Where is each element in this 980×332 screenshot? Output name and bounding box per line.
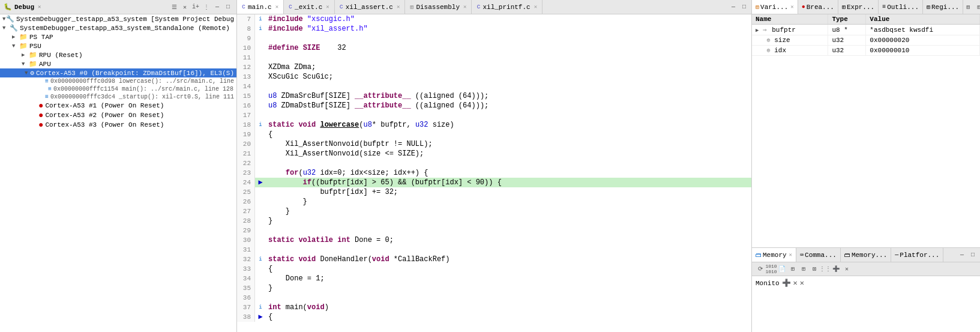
mem-btn-new[interactable]: 📄 — [777, 264, 787, 274]
monitor-add-btn[interactable]: ➕ — [782, 279, 791, 288]
rpu-icon: 📁 — [29, 51, 37, 59]
mem-btn-hex[interactable]: 1010 1010 — [766, 264, 776, 274]
command-icon: ⌨ — [800, 252, 804, 259]
tab-memory-close[interactable]: ✕ — [789, 252, 792, 258]
mem-btn-refresh[interactable]: ⟳ — [756, 264, 765, 274]
tree-item-root2[interactable]: ▼ 🔧 SystemDebugger_testapp_a53_system_St… — [0, 23, 236, 32]
mem-btn-add[interactable]: ⊞ — [788, 264, 798, 274]
tree-item-pstap[interactable]: ▶ 📁 PS TAP — [0, 32, 236, 41]
cortex3-icon: ● — [38, 121, 43, 129]
tab-xil-assert-label: xil_assert.c — [346, 4, 393, 11]
var-row-bufptr[interactable]: ▶ ⇒ bufptr u8 * *asdbqset kwsdfi — [752, 25, 980, 35]
line-num-14: 14 — [237, 82, 255, 91]
tree-item-cortex1[interactable]: ● Cortex-A53 #1 (Power On Reset) — [0, 101, 236, 110]
tree-item-stack3[interactable]: ≡ 0x00000000fffc3dc4 _startup(): xil-crt… — [0, 93, 236, 101]
main-c-icon: c — [242, 4, 245, 10]
expand-arrow-bufptr[interactable]: ▶ — [756, 28, 759, 34]
tab-memory2-label: Memory... — [852, 252, 887, 259]
tab-outline[interactable]: ≡ Outli... — [879, 0, 923, 14]
tab-registers[interactable]: ⊞ Regi... — [923, 0, 963, 14]
vars-toolbar-btn2[interactable]: ⊞ — [974, 2, 980, 12]
tree-item-apu[interactable]: ▼ 📁 APU — [0, 59, 236, 68]
debug-panel-title: 🐛 Debug ✕ — [4, 3, 41, 11]
tab-disassembly-close[interactable]: ✕ — [463, 4, 466, 10]
line-content-32: static void DoneHandler(void *CallBackRe… — [266, 255, 751, 264]
stack2-icon: ≡ — [48, 86, 52, 92]
line-num-21: 21 — [237, 149, 255, 158]
monitor-remove-btn[interactable]: ✕ — [793, 279, 798, 288]
mem-btn-grid[interactable]: ⊞ — [799, 264, 808, 274]
tab-disassembly[interactable]: ⊞ Disassembly ✕ — [405, 0, 472, 14]
expressions-icon: ⊞ — [842, 4, 846, 11]
tab-main-c[interactable]: c main.c ✕ — [237, 0, 284, 14]
tree-item-cortex2[interactable]: ● Cortex-A53 #2 (Power On Reset) — [0, 110, 236, 120]
cortex0-icon: ⚙ — [30, 69, 34, 77]
line-num-37: 37 — [237, 303, 255, 312]
debug-toolbar-btn4[interactable]: ⋮ — [202, 2, 211, 12]
tab-exit-c[interactable]: c _exit.c ✕ — [284, 0, 335, 14]
code-line-11: 11 — [237, 53, 751, 62]
line-num-30: 30 — [237, 235, 255, 245]
tab-expressions[interactable]: ⊞ Expr... — [838, 0, 879, 14]
line-num-28: 28 — [237, 216, 255, 226]
debug-toolbar-btn5[interactable]: — — [212, 2, 222, 12]
debug-toolbar-btn1[interactable]: ☰ — [169, 2, 179, 12]
line-num-19: 19 — [237, 130, 255, 139]
memory-minimize-btn[interactable]: — — [957, 250, 967, 260]
xil-assert-icon: c — [340, 4, 343, 10]
mem-btn-plus2[interactable]: ➕ — [831, 264, 841, 274]
tab-xil-printf-close[interactable]: ✕ — [534, 4, 537, 10]
tab-variables[interactable]: ⊞ Vari... ✕ — [752, 0, 798, 14]
tab-variables-close[interactable]: ✕ — [790, 4, 793, 10]
tab-platform[interactable]: — Platfor... — [891, 248, 943, 262]
code-area[interactable]: 7 i #include "xscugic.h" 8 i #include "x… — [237, 14, 751, 332]
xil-printf-icon: c — [476, 4, 480, 10]
disassembly-icon: ⊞ — [410, 4, 413, 11]
tab-command[interactable]: ⌨ Comma... — [796, 248, 841, 262]
tab-exit-c-close[interactable]: ✕ — [326, 4, 329, 10]
tree-item-cortex3[interactable]: ● Cortex-A53 #3 (Power On Reset) — [0, 120, 236, 130]
tab-xil-printf[interactable]: c xil_printf.c ✕ — [472, 0, 543, 14]
debug-panel: 🐛 Debug ✕ ☰ ✕ i+ ⋮ — □ ▼ 🔧 SystemDebugge… — [0, 0, 237, 332]
var-expand-idx: ⊕ — [767, 47, 771, 54]
code-maximize-btn[interactable]: □ — [739, 2, 749, 12]
debug-toolbar-btn2[interactable]: ✕ — [180, 2, 190, 12]
memory-maximize-btn[interactable]: □ — [968, 250, 978, 260]
memory-toolbar: ⟳ 1010 1010 📄 ⊞ ⊞ ⊠ ⋮⋮ ➕ ✕ — [752, 262, 980, 276]
tab-breakpoints[interactable]: ● Brea... — [798, 0, 838, 14]
debug-toolbar-btn3[interactable]: i+ — [191, 2, 200, 12]
vars-toolbar-btn1[interactable]: ⊞ — [963, 2, 973, 12]
var-row-idx[interactable]: ⊕ idx u32 0x00000010 — [752, 46, 980, 56]
mem-btn-grid2[interactable]: ⊠ — [810, 264, 819, 274]
tree-item-psu[interactable]: ▼ 📁 PSU — [0, 41, 236, 50]
tree-item-rpu[interactable]: ▶ 📁 RPU (Reset) — [0, 50, 236, 59]
code-minimize-btn[interactable]: — — [729, 2, 738, 12]
var-type-bufptr: u8 * — [828, 25, 866, 35]
tab-memory2[interactable]: 🗃 Memory... — [841, 248, 891, 262]
tree-item-stack1[interactable]: ≡ 0x00000000fffc0d98 lowercase(): ../src… — [0, 77, 236, 85]
tree-item-cortex0[interactable]: ▼ ⚙ Cortex-A53 #0 (Breakpoint: ZDmaDstBu… — [0, 68, 236, 77]
line-content-30: static volatile int Done = 0; — [266, 235, 751, 245]
tree-item-stack2[interactable]: ≡ 0x00000000fffc1154 main(): ../src/main… — [0, 85, 236, 93]
outline-icon: ≡ — [882, 4, 886, 10]
line-content-7: #include "xscugic.h" — [266, 14, 751, 24]
code-line-29: 29 — [237, 226, 751, 235]
debug-toolbar-btn6[interactable]: □ — [223, 2, 233, 12]
var-row-size[interactable]: ⊕ size u32 0x00000020 — [752, 35, 980, 46]
bug-icon: 🐛 — [4, 3, 12, 11]
monitor-clear-btn[interactable]: ✕ — [800, 279, 804, 288]
tab-memory[interactable]: 🗃 Memory ✕ — [752, 248, 796, 262]
line-content-13: XScuGic ScuGic; — [266, 72, 751, 82]
tree-label-cortex0: Cortex-A53 #0 (Breakpoint: ZDmaDstBuf[16… — [36, 70, 234, 77]
mem-btn-dots[interactable]: ⋮⋮ — [820, 264, 830, 274]
line-content-28: } — [266, 216, 751, 226]
tab-main-c-close[interactable]: ✕ — [275, 4, 278, 10]
tree-item-root1[interactable]: ▼ 🔧 SystemDebugger_testapp_a53_system [S… — [0, 14, 236, 23]
mem-btn-close2[interactable]: ✕ — [842, 264, 852, 274]
tab-expressions-label: Expr... — [847, 4, 874, 11]
line-content-34: Done = 1; — [266, 274, 751, 283]
right-panel: ⊞ Vari... ✕ ● Brea... ⊞ Expr... ≡ Outli.… — [752, 0, 980, 332]
tab-xil-assert-close[interactable]: ✕ — [397, 4, 400, 10]
tab-xil-assert[interactable]: c xil_assert.c ✕ — [335, 0, 406, 14]
code-line-38: 38 ▶ { — [237, 312, 751, 322]
